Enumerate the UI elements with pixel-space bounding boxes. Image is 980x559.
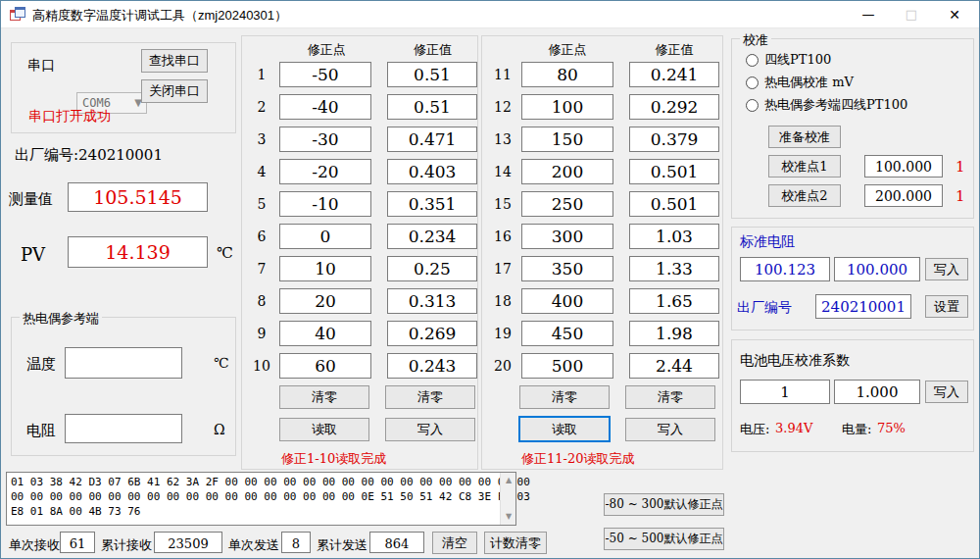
calibration-point2-button[interactable]: 校准点2	[768, 184, 841, 207]
factory-number-set-button[interactable]: 设置	[925, 295, 968, 318]
table1-clear-value-button[interactable]: 清零	[385, 385, 475, 409]
close-button[interactable]: ✕	[938, 1, 971, 28]
row-number: 19	[488, 326, 517, 341]
correction-value-input[interactable]	[629, 321, 719, 346]
correction-point-input[interactable]	[279, 191, 371, 217]
table-row: 13	[488, 127, 722, 152]
reset-counters-button[interactable]: 计数清零	[484, 532, 547, 554]
correction-point-input[interactable]	[521, 256, 613, 281]
scroll-down-icon[interactable]: ▼	[501, 509, 516, 525]
clear-log-button[interactable]: 清空	[432, 532, 477, 554]
correction-point-input[interactable]	[279, 288, 371, 314]
correction-point-input[interactable]	[279, 224, 371, 249]
tc-temp-input[interactable]	[65, 347, 182, 379]
correction-value-input[interactable]	[387, 191, 477, 217]
table1-write-button[interactable]: 写入	[385, 418, 475, 441]
correction-value-input[interactable]	[387, 159, 477, 184]
radio-tc-ref-pt100-label: 热电偶参考端四线PT100	[764, 96, 907, 114]
table1-clear-point-button[interactable]: 清零	[279, 385, 369, 409]
table2-clear-point-button[interactable]: 清零	[519, 385, 610, 409]
correction-value-input[interactable]	[387, 288, 477, 314]
correction-point-input[interactable]	[521, 321, 613, 346]
correction-point-input[interactable]	[279, 353, 371, 379]
row-number: 3	[248, 131, 275, 147]
correction-point-input[interactable]	[279, 127, 371, 152]
radio-4wire-pt100[interactable]: 四线PT100	[746, 51, 831, 69]
correction-value-input[interactable]	[387, 127, 477, 152]
tc-res-label: 电阻	[26, 422, 56, 440]
calibration-point1-button[interactable]: 校准点1	[768, 155, 841, 178]
correction-point-input[interactable]	[279, 159, 371, 184]
serial-status-text: 串口打开成功	[28, 108, 111, 126]
correction-value-input[interactable]	[387, 224, 477, 249]
table2-clear-value-button[interactable]: 清零	[625, 385, 715, 409]
calibration-point2-input[interactable]	[864, 184, 943, 207]
send-once-field	[281, 532, 311, 553]
correction-point-input[interactable]	[521, 127, 613, 152]
default-80-300-button[interactable]: -80 ~ 300默认修正点	[604, 493, 724, 516]
calibration-point1-input[interactable]	[864, 155, 943, 178]
standard-resistance-write-button[interactable]: 写入	[925, 258, 968, 280]
row-number: 8	[248, 293, 275, 309]
pv-value-field[interactable]	[68, 236, 208, 268]
table2-read-button[interactable]: 读取	[518, 416, 611, 442]
table1-status-text: 修正1-10读取完成	[281, 450, 386, 468]
correction-value-input[interactable]	[387, 256, 477, 281]
correction-panel-2: 修正点 修正值 11 12 13	[481, 35, 723, 470]
minimize-button[interactable]: —	[852, 1, 885, 28]
table-row: 12	[488, 94, 722, 120]
correction-value-input[interactable]	[387, 62, 477, 87]
standard-resistance-input[interactable]	[834, 257, 920, 281]
table-row: 2	[248, 94, 477, 120]
correction-point-input[interactable]	[521, 224, 613, 249]
battery-coef-input[interactable]	[834, 380, 920, 404]
correction-point-input[interactable]	[521, 159, 613, 184]
find-serial-button[interactable]: 查找串口	[141, 49, 208, 73]
radio-tc-mv[interactable]: 热电偶校准 mV	[746, 74, 854, 91]
row-number: 6	[248, 229, 275, 244]
standard-resistance-current-field	[740, 257, 830, 281]
hex-log-box[interactable]: 01 03 38 42 D3 07 6B 41 62 3A 2F 00 00 0…	[6, 472, 516, 526]
default-50-500-button[interactable]: -50 ~ 500默认修正点	[604, 528, 724, 550]
correction-point-input[interactable]	[521, 94, 613, 120]
correction-point-input[interactable]	[279, 94, 371, 120]
measured-value-field[interactable]	[68, 182, 208, 212]
correction-value-input[interactable]	[629, 159, 719, 184]
table-row: 6	[248, 224, 477, 249]
correction-point-input[interactable]	[279, 256, 371, 281]
tc-res-input[interactable]	[65, 414, 182, 443]
close-serial-button[interactable]: 关闭串口	[141, 79, 208, 103]
scroll-up-icon[interactable]: ▲	[501, 473, 516, 488]
factory-number-input[interactable]	[815, 294, 911, 319]
correction-value-input[interactable]	[629, 191, 719, 217]
correction-value-input[interactable]	[387, 94, 477, 120]
correction-value-input[interactable]	[629, 127, 719, 152]
correction-point-input[interactable]	[521, 353, 613, 379]
battery-write-button[interactable]: 写入	[925, 381, 968, 403]
row-number: 16	[488, 229, 517, 244]
correction-point-input[interactable]	[521, 62, 613, 87]
table-row: 17	[488, 256, 722, 281]
hex-log-scrollbar[interactable]: ▲ ▼	[500, 473, 515, 525]
table1-read-button[interactable]: 读取	[279, 418, 369, 441]
correction-value-input[interactable]	[629, 94, 719, 120]
correction-value-input[interactable]	[629, 256, 719, 281]
correction-point-input[interactable]	[279, 321, 371, 346]
battery-coef-current-field	[740, 380, 830, 404]
correction-point-input[interactable]	[521, 191, 613, 217]
send-total-field	[369, 532, 424, 553]
prepare-calibration-button[interactable]: 准备校准	[768, 126, 841, 148]
table2-write-button[interactable]: 写入	[625, 418, 715, 441]
table-row: 1	[248, 62, 477, 87]
correction-value-input[interactable]	[387, 321, 477, 346]
correction-value-input[interactable]	[629, 288, 719, 314]
correction-value-input[interactable]	[629, 224, 719, 249]
correction-point-input[interactable]	[521, 288, 613, 314]
battery-box: 电池电压校准系数 写入 电压: 3.94V 电量: 75%	[731, 339, 974, 452]
correction-value-input[interactable]	[629, 353, 719, 379]
correction-value-input[interactable]	[387, 353, 477, 379]
correction-point-input[interactable]	[279, 62, 371, 87]
radio-tc-ref-pt100[interactable]: 热电偶参考端四线PT100	[746, 96, 907, 114]
correction-value-input[interactable]	[629, 62, 719, 87]
serial-label: 串口	[27, 57, 55, 75]
